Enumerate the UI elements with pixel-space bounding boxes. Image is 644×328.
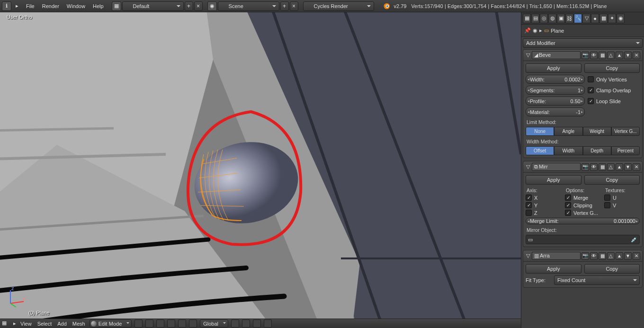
move-down-icon[interactable]: ▼ <box>624 52 632 59</box>
limit-selection-icon[interactable] <box>189 319 197 328</box>
breadcrumb-object[interactable]: Plane <box>551 28 564 34</box>
layers-icon[interactable] <box>264 319 272 328</box>
apply-button[interactable]: Apply <box>526 264 581 274</box>
viewport-visibility-icon[interactable]: 👁 <box>590 163 598 171</box>
texture-u-checkbox[interactable]: U <box>604 195 640 201</box>
cage-icon[interactable]: △ <box>607 252 615 260</box>
shading-icon[interactable] <box>134 319 143 328</box>
width-percent[interactable]: Percent <box>611 146 640 155</box>
editmode-visibility-icon[interactable]: ▦ <box>599 252 606 260</box>
editor-type-icon[interactable]: ▦ <box>2 320 10 328</box>
menu-render[interactable]: Render <box>39 1 63 11</box>
modifier-name-field[interactable]: ▥Arra <box>532 252 581 260</box>
proportional-icon[interactable] <box>253 319 261 328</box>
menu-select[interactable]: Select <box>36 321 54 327</box>
orientation-dropdown[interactable]: Global <box>200 319 228 328</box>
merge-limit-field[interactable]: Merge Limit:0.001000 <box>526 218 640 224</box>
fit-type-dropdown[interactable]: Fixed Count <box>554 275 640 285</box>
close-icon[interactable]: ✕ <box>633 163 640 171</box>
cage-icon[interactable]: △ <box>607 163 615 171</box>
collapse-icon[interactable]: ▽ <box>525 164 531 170</box>
limit-vgroup[interactable]: Vertex G... <box>611 127 640 136</box>
scene-browse-icon[interactable]: ◉ <box>207 1 217 11</box>
viewport-visibility-icon[interactable]: 👁 <box>590 52 598 59</box>
texture-v-checkbox[interactable]: V <box>604 202 640 208</box>
axis-x-checkbox[interactable]: X <box>526 195 561 201</box>
copy-button[interactable]: Copy <box>584 63 640 73</box>
clipping-checkbox[interactable]: Clipping <box>565 202 600 208</box>
viewport-visibility-icon[interactable]: 👁 <box>590 252 598 260</box>
snap-icon[interactable] <box>242 319 250 328</box>
render-visibility-icon[interactable]: 📷 <box>581 52 589 59</box>
tab-data[interactable]: ▽ <box>582 14 590 23</box>
width-field[interactable]: Width:0.0002 <box>526 75 585 84</box>
close-icon[interactable]: ✕ <box>633 252 640 260</box>
clamp-overlap-checkbox[interactable]: Clamp Overlap <box>588 87 640 93</box>
apply-button[interactable]: Apply <box>526 63 581 73</box>
collapse-icon[interactable]: ▽ <box>525 52 531 58</box>
copy-button[interactable]: Copy <box>584 175 640 185</box>
chevron-right-icon[interactable]: ▸ <box>12 3 22 9</box>
tab-physics[interactable]: ◉ <box>617 14 625 23</box>
limit-weight[interactable]: Weight <box>583 127 611 136</box>
tab-world[interactable]: ◍ <box>548 14 556 23</box>
tab-particles[interactable]: ✦ <box>608 14 616 23</box>
copy-button[interactable]: Copy <box>584 264 640 274</box>
move-up-icon[interactable]: ▲ <box>616 52 623 59</box>
tab-scene[interactable]: ◎ <box>540 14 548 23</box>
loop-slide-checkbox[interactable]: Loop Slide <box>588 98 640 104</box>
render-visibility-icon[interactable]: 📷 <box>581 163 589 171</box>
tab-texture[interactable]: ▩ <box>599 14 608 23</box>
menu-add[interactable]: Add <box>56 321 68 327</box>
menu-window[interactable]: Window <box>63 1 89 11</box>
add-modifier-dropdown[interactable]: Add Modifier <box>523 38 643 48</box>
editmode-visibility-icon[interactable]: ▦ <box>599 163 606 171</box>
tab-object[interactable]: ▣ <box>557 14 565 23</box>
apply-button[interactable]: Apply <box>526 175 581 185</box>
axis-z-checkbox[interactable]: Z <box>526 210 561 216</box>
move-down-icon[interactable]: ▼ <box>624 163 632 171</box>
move-down-icon[interactable]: ▼ <box>624 252 632 260</box>
eyedropper-icon[interactable]: 💉 <box>631 237 637 243</box>
render-visibility-icon[interactable]: 📷 <box>581 252 589 260</box>
move-up-icon[interactable]: ▲ <box>616 163 623 171</box>
collapse-icon[interactable]: ▽ <box>525 253 531 259</box>
screen-layout-dropdown[interactable]: Default <box>122 1 184 11</box>
scene-dropdown[interactable]: Scene <box>218 1 279 11</box>
tab-constraints[interactable]: ⛓ <box>565 14 573 23</box>
width-depth[interactable]: Depth <box>583 146 611 155</box>
merge-checkbox[interactable]: Merge <box>565 195 600 201</box>
segments-field[interactable]: Segments:1 <box>526 86 585 95</box>
width-offset[interactable]: Offset <box>526 146 554 155</box>
tab-render[interactable]: ▦ <box>523 14 531 23</box>
layout-remove-button[interactable]: × <box>194 1 203 11</box>
select-edge-icon[interactable] <box>167 319 175 328</box>
layout-add-button[interactable]: + <box>185 1 193 11</box>
profile-field[interactable]: Profile:0.50 <box>526 97 585 106</box>
select-face-icon[interactable] <box>178 319 186 328</box>
move-up-icon[interactable]: ▲ <box>616 252 623 260</box>
pivot-icon[interactable] <box>145 319 153 328</box>
width-width[interactable]: Width <box>554 146 582 155</box>
cage-icon[interactable]: △ <box>607 52 615 59</box>
only-vertices-checkbox[interactable]: Only Vertices <box>588 76 640 82</box>
material-field[interactable]: Material:-1 <box>526 107 585 116</box>
axis-y-checkbox[interactable]: Y <box>526 202 561 208</box>
pin-icon[interactable]: 📌 <box>524 27 531 34</box>
vgroup-checkbox[interactable]: Vertex G... <box>565 210 600 216</box>
menu-mesh[interactable]: Mesh <box>71 321 87 327</box>
tab-modifiers[interactable]: 🔧 <box>574 14 582 23</box>
limit-angle[interactable]: Angle <box>554 127 582 136</box>
modifier-name-field[interactable]: ⧉Mirr <box>532 163 581 171</box>
modifier-name-field[interactable]: ◢Beve <box>532 51 581 59</box>
scene-add-button[interactable]: + <box>280 1 289 11</box>
limit-none[interactable]: None <box>526 127 554 136</box>
editmode-visibility-icon[interactable]: ▦ <box>599 52 606 59</box>
menu-help[interactable]: Help <box>89 1 107 11</box>
mirror-object-field[interactable]: ▭💉 <box>526 235 640 244</box>
menu-view[interactable]: View <box>19 321 33 327</box>
mode-dropdown[interactable]: Edit Mode <box>89 319 132 328</box>
select-vertex-icon[interactable] <box>156 319 164 328</box>
tab-render-layers[interactable]: ▤ <box>531 14 539 23</box>
manipulator-icon[interactable] <box>231 319 239 328</box>
